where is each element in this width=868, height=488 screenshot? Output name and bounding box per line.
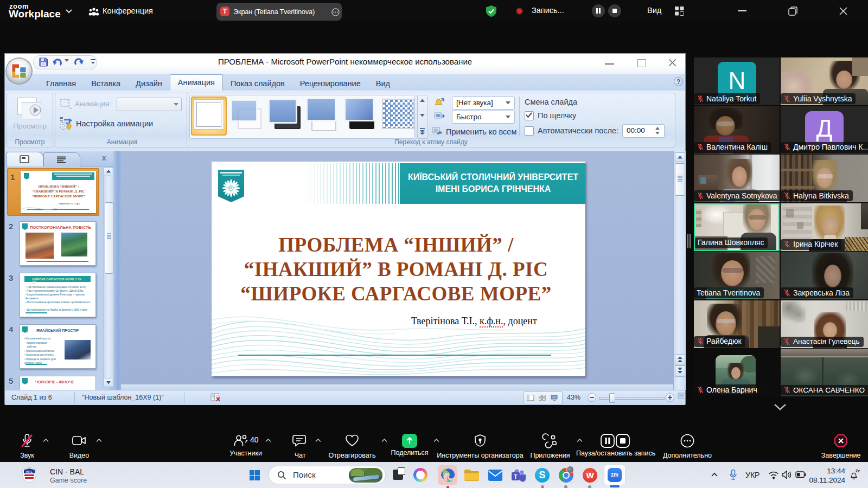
svg-text:T: T [514, 473, 518, 480]
svg-text:NFL: NFL [26, 470, 33, 473]
